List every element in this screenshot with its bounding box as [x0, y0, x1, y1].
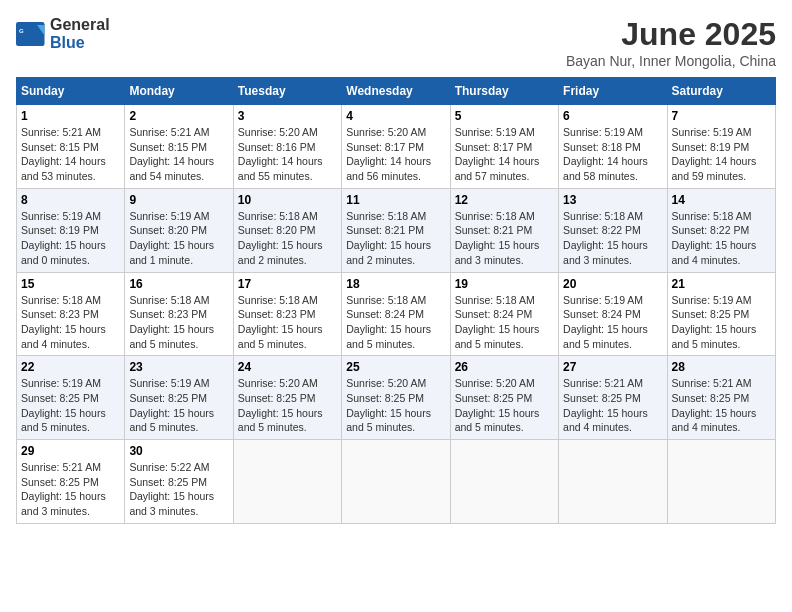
logo-general: General: [50, 16, 110, 33]
calendar-cell: 29Sunrise: 5:21 AMSunset: 8:25 PMDayligh…: [17, 440, 125, 524]
calendar-cell: 5Sunrise: 5:19 AMSunset: 8:17 PMDaylight…: [450, 105, 558, 189]
day-info: Sunrise: 5:18 AMSunset: 8:21 PMDaylight:…: [455, 209, 554, 268]
day-info: Sunrise: 5:18 AMSunset: 8:23 PMDaylight:…: [238, 293, 337, 352]
header-sunday: Sunday: [17, 78, 125, 105]
calendar-header-row: SundayMondayTuesdayWednesdayThursdayFrid…: [17, 78, 776, 105]
calendar-cell: 14Sunrise: 5:18 AMSunset: 8:22 PMDayligh…: [667, 188, 775, 272]
day-number: 5: [455, 109, 554, 123]
calendar-cell: 27Sunrise: 5:21 AMSunset: 8:25 PMDayligh…: [559, 356, 667, 440]
calendar-cell: [559, 440, 667, 524]
day-number: 12: [455, 193, 554, 207]
day-info: Sunrise: 5:19 AMSunset: 8:18 PMDaylight:…: [563, 125, 662, 184]
day-info: Sunrise: 5:19 AMSunset: 8:17 PMDaylight:…: [455, 125, 554, 184]
day-number: 17: [238, 277, 337, 291]
calendar-cell: 20Sunrise: 5:19 AMSunset: 8:24 PMDayligh…: [559, 272, 667, 356]
day-info: Sunrise: 5:18 AMSunset: 8:23 PMDaylight:…: [21, 293, 120, 352]
calendar-week-5: 29Sunrise: 5:21 AMSunset: 8:25 PMDayligh…: [17, 440, 776, 524]
calendar-cell: 21Sunrise: 5:19 AMSunset: 8:25 PMDayligh…: [667, 272, 775, 356]
day-info: Sunrise: 5:18 AMSunset: 8:24 PMDaylight:…: [455, 293, 554, 352]
calendar-cell: 26Sunrise: 5:20 AMSunset: 8:25 PMDayligh…: [450, 356, 558, 440]
calendar-cell: 10Sunrise: 5:18 AMSunset: 8:20 PMDayligh…: [233, 188, 341, 272]
calendar-cell: 6Sunrise: 5:19 AMSunset: 8:18 PMDaylight…: [559, 105, 667, 189]
day-info: Sunrise: 5:18 AMSunset: 8:20 PMDaylight:…: [238, 209, 337, 268]
day-number: 13: [563, 193, 662, 207]
day-number: 30: [129, 444, 228, 458]
day-number: 19: [455, 277, 554, 291]
logo-text: General Blue: [50, 16, 110, 52]
day-number: 10: [238, 193, 337, 207]
day-number: 8: [21, 193, 120, 207]
calendar-cell: 4Sunrise: 5:20 AMSunset: 8:17 PMDaylight…: [342, 105, 450, 189]
day-number: 14: [672, 193, 771, 207]
day-info: Sunrise: 5:18 AMSunset: 8:24 PMDaylight:…: [346, 293, 445, 352]
day-info: Sunrise: 5:20 AMSunset: 8:25 PMDaylight:…: [238, 376, 337, 435]
day-info: Sunrise: 5:21 AMSunset: 8:25 PMDaylight:…: [563, 376, 662, 435]
page-subtitle: Bayan Nur, Inner Mongolia, China: [566, 53, 776, 69]
day-number: 6: [563, 109, 662, 123]
day-number: 4: [346, 109, 445, 123]
calendar-cell: 13Sunrise: 5:18 AMSunset: 8:22 PMDayligh…: [559, 188, 667, 272]
day-info: Sunrise: 5:22 AMSunset: 8:25 PMDaylight:…: [129, 460, 228, 519]
calendar-week-4: 22Sunrise: 5:19 AMSunset: 8:25 PMDayligh…: [17, 356, 776, 440]
calendar-cell: [450, 440, 558, 524]
day-number: 15: [21, 277, 120, 291]
day-info: Sunrise: 5:21 AMSunset: 8:25 PMDaylight:…: [21, 460, 120, 519]
calendar-cell: 16Sunrise: 5:18 AMSunset: 8:23 PMDayligh…: [125, 272, 233, 356]
calendar-cell: 19Sunrise: 5:18 AMSunset: 8:24 PMDayligh…: [450, 272, 558, 356]
day-info: Sunrise: 5:18 AMSunset: 8:22 PMDaylight:…: [563, 209, 662, 268]
calendar-cell: 25Sunrise: 5:20 AMSunset: 8:25 PMDayligh…: [342, 356, 450, 440]
day-number: 11: [346, 193, 445, 207]
calendar-cell: 1Sunrise: 5:21 AMSunset: 8:15 PMDaylight…: [17, 105, 125, 189]
day-number: 25: [346, 360, 445, 374]
day-number: 3: [238, 109, 337, 123]
header-wednesday: Wednesday: [342, 78, 450, 105]
day-info: Sunrise: 5:19 AMSunset: 8:19 PMDaylight:…: [21, 209, 120, 268]
svg-text:G: G: [19, 28, 24, 34]
day-info: Sunrise: 5:18 AMSunset: 8:21 PMDaylight:…: [346, 209, 445, 268]
calendar-cell: 23Sunrise: 5:19 AMSunset: 8:25 PMDayligh…: [125, 356, 233, 440]
day-number: 18: [346, 277, 445, 291]
day-info: Sunrise: 5:20 AMSunset: 8:25 PMDaylight:…: [455, 376, 554, 435]
page-title: June 2025: [566, 16, 776, 53]
day-number: 7: [672, 109, 771, 123]
day-info: Sunrise: 5:21 AMSunset: 8:15 PMDaylight:…: [21, 125, 120, 184]
day-info: Sunrise: 5:21 AMSunset: 8:15 PMDaylight:…: [129, 125, 228, 184]
calendar-cell: 17Sunrise: 5:18 AMSunset: 8:23 PMDayligh…: [233, 272, 341, 356]
calendar-cell: 22Sunrise: 5:19 AMSunset: 8:25 PMDayligh…: [17, 356, 125, 440]
day-number: 22: [21, 360, 120, 374]
day-info: Sunrise: 5:19 AMSunset: 8:20 PMDaylight:…: [129, 209, 228, 268]
calendar-cell: 3Sunrise: 5:20 AMSunset: 8:16 PMDaylight…: [233, 105, 341, 189]
calendar-cell: 2Sunrise: 5:21 AMSunset: 8:15 PMDaylight…: [125, 105, 233, 189]
header-thursday: Thursday: [450, 78, 558, 105]
calendar-cell: [233, 440, 341, 524]
page-header: G General Blue June 2025 Bayan Nur, Inne…: [16, 16, 776, 69]
calendar-cell: 18Sunrise: 5:18 AMSunset: 8:24 PMDayligh…: [342, 272, 450, 356]
day-number: 21: [672, 277, 771, 291]
calendar-cell: [342, 440, 450, 524]
day-info: Sunrise: 5:19 AMSunset: 8:24 PMDaylight:…: [563, 293, 662, 352]
calendar-cell: 30Sunrise: 5:22 AMSunset: 8:25 PMDayligh…: [125, 440, 233, 524]
day-number: 24: [238, 360, 337, 374]
day-number: 27: [563, 360, 662, 374]
day-info: Sunrise: 5:18 AMSunset: 8:23 PMDaylight:…: [129, 293, 228, 352]
day-number: 29: [21, 444, 120, 458]
logo: G General Blue: [16, 16, 110, 52]
calendar-cell: 11Sunrise: 5:18 AMSunset: 8:21 PMDayligh…: [342, 188, 450, 272]
calendar-week-2: 8Sunrise: 5:19 AMSunset: 8:19 PMDaylight…: [17, 188, 776, 272]
day-number: 9: [129, 193, 228, 207]
day-info: Sunrise: 5:18 AMSunset: 8:22 PMDaylight:…: [672, 209, 771, 268]
calendar-cell: 8Sunrise: 5:19 AMSunset: 8:19 PMDaylight…: [17, 188, 125, 272]
day-number: 16: [129, 277, 228, 291]
day-info: Sunrise: 5:19 AMSunset: 8:25 PMDaylight:…: [672, 293, 771, 352]
calendar-cell: 28Sunrise: 5:21 AMSunset: 8:25 PMDayligh…: [667, 356, 775, 440]
day-info: Sunrise: 5:19 AMSunset: 8:25 PMDaylight:…: [21, 376, 120, 435]
calendar-table: SundayMondayTuesdayWednesdayThursdayFrid…: [16, 77, 776, 524]
header-monday: Monday: [125, 78, 233, 105]
day-number: 20: [563, 277, 662, 291]
day-info: Sunrise: 5:20 AMSunset: 8:16 PMDaylight:…: [238, 125, 337, 184]
logo-blue: Blue: [50, 34, 85, 51]
calendar-week-3: 15Sunrise: 5:18 AMSunset: 8:23 PMDayligh…: [17, 272, 776, 356]
day-number: 28: [672, 360, 771, 374]
day-info: Sunrise: 5:19 AMSunset: 8:25 PMDaylight:…: [129, 376, 228, 435]
header-saturday: Saturday: [667, 78, 775, 105]
